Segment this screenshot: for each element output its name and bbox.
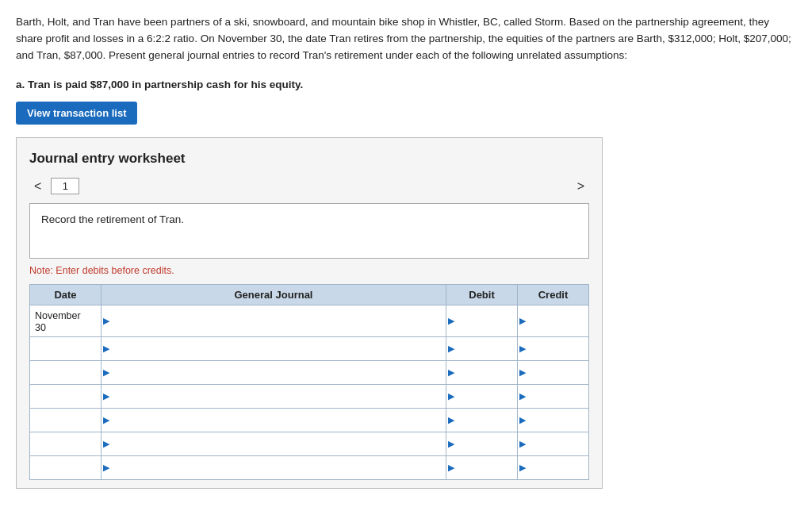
table-row: ▶▶▶ xyxy=(30,432,589,455)
table-row: ▶▶▶ xyxy=(30,336,589,360)
credit-cell[interactable]: ▶ xyxy=(518,455,589,479)
debit-cell[interactable]: ▶ xyxy=(446,432,518,455)
general-journal-cell[interactable]: ▶ xyxy=(102,455,446,479)
intro-paragraph: Barth, Holt, and Tran have been partners… xyxy=(16,14,793,64)
credit-arrow-icon: ▶ xyxy=(519,316,526,326)
debit-cell[interactable]: ▶ xyxy=(446,360,518,384)
general-journal-cell[interactable]: ▶ xyxy=(102,305,446,336)
debit-cell[interactable]: ▶ xyxy=(446,384,518,408)
nav-right-arrow[interactable]: > xyxy=(573,178,589,195)
table-row: ▶▶▶ xyxy=(30,384,589,408)
nav-left-arrow[interactable]: < xyxy=(29,178,46,195)
journal-table: Date General Journal Debit Credit Novemb… xyxy=(29,284,589,480)
date-cell[interactable]: November30 xyxy=(30,305,102,336)
entry-arrow-icon: ▶ xyxy=(103,391,109,401)
general-journal-cell[interactable]: ▶ xyxy=(102,336,446,360)
column-header-credit: Credit xyxy=(518,284,589,305)
table-row: ▶▶▶ xyxy=(30,360,589,384)
debit-arrow-icon: ▶ xyxy=(448,439,454,449)
assumption-description: Tran is paid $87,000 in partnership cash… xyxy=(28,79,303,90)
credit-arrow-icon: ▶ xyxy=(519,391,526,401)
credit-arrow-icon: ▶ xyxy=(519,439,526,449)
credit-arrow-icon: ▶ xyxy=(519,367,526,378)
debit-arrow-icon: ▶ xyxy=(448,316,454,326)
date-cell[interactable] xyxy=(30,455,102,479)
worksheet-navigation: < 1 > xyxy=(29,178,589,195)
credit-arrow-icon: ▶ xyxy=(519,463,526,473)
debit-arrow-icon: ▶ xyxy=(448,463,454,473)
table-header-row: Date General Journal Debit Credit xyxy=(30,284,589,305)
assumption-label-letter: a. xyxy=(16,79,25,90)
credit-cell[interactable]: ▶ xyxy=(518,408,589,432)
table-row: November30▶▶▶ xyxy=(30,305,589,336)
debit-arrow-icon: ▶ xyxy=(448,415,454,425)
debit-cell[interactable]: ▶ xyxy=(446,408,518,432)
entry-arrow-icon: ▶ xyxy=(103,344,109,354)
column-header-date: Date xyxy=(30,284,102,305)
journal-entry-worksheet: Journal entry worksheet < 1 > Record the… xyxy=(16,137,603,489)
credit-cell[interactable]: ▶ xyxy=(518,305,589,336)
note-text: Note: Enter debits before credits. xyxy=(29,265,589,276)
credit-cell[interactable]: ▶ xyxy=(518,432,589,455)
page-number: 1 xyxy=(51,178,79,194)
general-journal-cell[interactable]: ▶ xyxy=(102,408,446,432)
general-journal-cell[interactable]: ▶ xyxy=(102,432,446,455)
credit-cell[interactable]: ▶ xyxy=(518,336,589,360)
entry-arrow-icon: ▶ xyxy=(103,463,109,473)
date-cell[interactable] xyxy=(30,432,102,455)
debit-cell[interactable]: ▶ xyxy=(446,336,518,360)
debit-cell[interactable]: ▶ xyxy=(446,305,518,336)
date-cell[interactable] xyxy=(30,360,102,384)
credit-cell[interactable]: ▶ xyxy=(518,384,589,408)
general-journal-cell[interactable]: ▶ xyxy=(102,360,446,384)
debit-cell[interactable]: ▶ xyxy=(446,455,518,479)
date-cell[interactable] xyxy=(30,408,102,432)
debit-arrow-icon: ▶ xyxy=(448,367,454,378)
debit-arrow-icon: ▶ xyxy=(448,391,454,401)
entry-arrow-icon: ▶ xyxy=(103,367,109,378)
credit-arrow-icon: ▶ xyxy=(519,415,526,425)
entry-arrow-icon: ▶ xyxy=(103,439,109,449)
entry-arrow-icon: ▶ xyxy=(103,316,109,326)
general-journal-cell[interactable]: ▶ xyxy=(102,384,446,408)
debit-arrow-icon: ▶ xyxy=(448,344,454,354)
column-header-general-journal: General Journal xyxy=(102,284,446,305)
entry-description: Record the retirement of Tran. xyxy=(29,203,589,259)
column-header-debit: Debit xyxy=(446,284,518,305)
assumption-text: a. Tran is paid $87,000 in partnership c… xyxy=(16,79,796,90)
view-transaction-list-button[interactable]: View transaction list xyxy=(16,102,137,125)
date-cell[interactable] xyxy=(30,336,102,360)
table-row: ▶▶▶ xyxy=(30,455,589,479)
credit-cell[interactable]: ▶ xyxy=(518,360,589,384)
date-cell[interactable] xyxy=(30,384,102,408)
worksheet-title: Journal entry worksheet xyxy=(29,151,589,167)
entry-arrow-icon: ▶ xyxy=(103,415,109,425)
table-row: ▶▶▶ xyxy=(30,408,589,432)
credit-arrow-icon: ▶ xyxy=(519,344,526,354)
